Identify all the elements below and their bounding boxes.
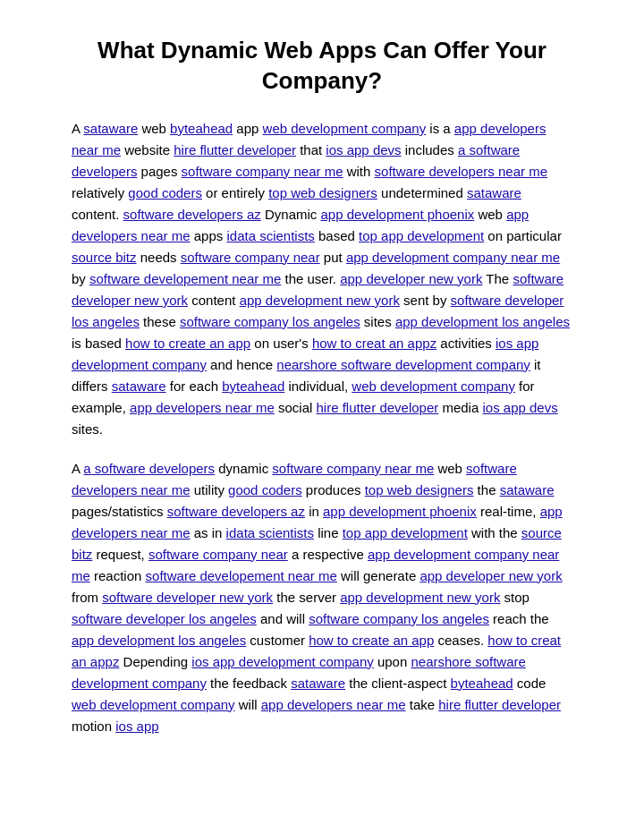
link-hire-flutter-2[interactable]: hire flutter developer	[317, 400, 439, 415]
link-top-web-designers-1[interactable]: top web designers	[268, 185, 377, 200]
link-app-dev-new-york-4[interactable]: app development new york	[340, 590, 500, 605]
link-idata-scientists-2[interactable]: idata scientists	[226, 525, 314, 540]
link-software-developers-2[interactable]: a software developers	[83, 461, 215, 476]
link-web-dev-co-1[interactable]: web development company	[263, 121, 427, 136]
link-hire-flutter-1[interactable]: hire flutter developer	[174, 142, 296, 157]
link-sataware-2[interactable]: sataware	[467, 185, 521, 200]
link-software-devs-az-2[interactable]: software developers az	[167, 504, 305, 519]
link-app-dev-new-york-3[interactable]: app developer new york	[419, 568, 562, 583]
link-app-devs-near-me-4[interactable]: app developers near me	[72, 504, 563, 540]
link-software-devs-near-me-1[interactable]: software developers near me	[375, 164, 547, 179]
link-software-co-la-2[interactable]: software company los angeles	[309, 611, 489, 626]
link-software-company-near-me-1[interactable]: software company near me	[182, 164, 343, 179]
link-software-co-la-1[interactable]: software company los angeles	[180, 314, 360, 329]
link-sataware-3[interactable]: sataware	[112, 378, 166, 394]
link-sataware-5[interactable]: sataware	[291, 676, 345, 691]
link-app-dev-phoenix-2[interactable]: app development phoenix	[323, 504, 477, 519]
link-sataware-1[interactable]: sataware	[83, 121, 138, 136]
link-how-to-create-app-2[interactable]: how to create an app	[309, 633, 434, 648]
link-top-app-dev-1[interactable]: top app development	[359, 228, 484, 243]
link-software-devpmt-near-me-2[interactable]: software developement near me	[146, 568, 337, 583]
page-title: What Dynamic Web Apps Can Offer Your Com…	[72, 36, 572, 97]
link-ios-app-2[interactable]: ios app	[115, 718, 158, 734]
link-software-company-near-1[interactable]: software company near	[181, 250, 320, 265]
link-software-dev-new-york-2[interactable]: software developer new york	[102, 590, 273, 605]
link-source-bitz-1[interactable]: source bitz	[72, 250, 137, 265]
link-nearshore-1[interactable]: nearshore software development company	[276, 357, 530, 372]
link-byteahead-3[interactable]: byteahead	[451, 676, 513, 691]
link-software-dev-la-2[interactable]: software developer los angeles	[72, 611, 257, 626]
link-idata-scientists-1[interactable]: idata scientists	[226, 228, 314, 243]
link-hire-flutter-3[interactable]: hire flutter developer	[438, 697, 561, 712]
link-byteahead-2[interactable]: byteahead	[222, 378, 284, 394]
link-good-coders-1[interactable]: good coders	[128, 185, 202, 200]
link-top-web-designers-2[interactable]: top web designers	[365, 482, 474, 497]
link-how-to-create-app-1[interactable]: how to create an app	[125, 336, 250, 351]
paragraph-2: A a software developers dynamic software…	[72, 458, 572, 737]
link-top-app-dev-2[interactable]: top app development	[343, 525, 468, 540]
link-software-devs-az-1[interactable]: software developers az	[123, 207, 261, 222]
link-app-devs-near-me-5[interactable]: app developers near me	[261, 697, 406, 712]
link-ios-app-devs-2[interactable]: ios app devs	[482, 400, 557, 415]
link-app-dev-la-2[interactable]: app development los angeles	[72, 633, 246, 648]
link-ios-app-devs-1[interactable]: ios app devs	[326, 142, 401, 157]
link-app-devs-near-me-3[interactable]: app developers near me	[130, 400, 275, 415]
link-software-company-near-me-2[interactable]: software company near me	[272, 461, 434, 476]
link-software-company-near-2[interactable]: software company near	[148, 547, 288, 562]
link-byteahead-1[interactable]: byteahead	[170, 121, 233, 136]
link-app-dev-co-near-me-1[interactable]: app development company near me	[346, 250, 560, 265]
paragraph-1: A sataware web byteahead app web develop…	[72, 118, 572, 440]
link-web-dev-co-2[interactable]: web development company	[352, 378, 515, 394]
link-how-to-creat-appz-1[interactable]: how to creat an appz	[312, 336, 436, 351]
link-ios-app-dev-co-2[interactable]: ios app development company	[191, 654, 373, 669]
link-app-dev-new-york-1[interactable]: app developer new york	[340, 271, 482, 286]
link-app-dev-new-york-2[interactable]: app development new york	[240, 293, 400, 308]
link-web-dev-co-3[interactable]: web development company	[72, 697, 235, 712]
link-sataware-4[interactable]: sataware	[500, 482, 555, 497]
link-app-dev-la-1[interactable]: app development los angeles	[395, 314, 570, 329]
link-app-dev-phoenix-1[interactable]: app development phoenix	[320, 207, 474, 222]
link-software-devpmt-near-me-1[interactable]: software developement near me	[89, 271, 281, 286]
link-good-coders-2[interactable]: good coders	[228, 482, 302, 497]
